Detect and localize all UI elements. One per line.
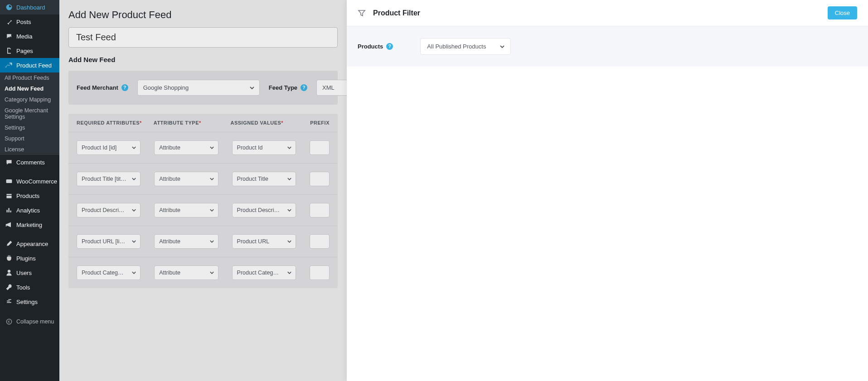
table-row: Product Id [id] Attribute Product Id	[68, 132, 338, 163]
user-icon	[5, 268, 14, 277]
attributes-table: REQUIRED ATTRIBUTES* ATTRIBUTE TYPE* ASS…	[68, 114, 338, 288]
chevron-down-icon	[131, 177, 136, 182]
feed-type-label: Feed Type ?	[269, 84, 307, 91]
prefix-input[interactable]	[310, 234, 330, 249]
sidebar-item-tools[interactable]: Tools	[0, 280, 59, 294]
sidebar-item-appearance[interactable]: Appearance	[0, 236, 59, 251]
attr-type-select[interactable]: Attribute	[154, 172, 218, 186]
sidebar-label: Marketing	[16, 222, 42, 228]
help-icon[interactable]: ?	[386, 43, 393, 50]
sub-item-google-merchant[interactable]: Google Merchant Settings	[0, 105, 59, 122]
sidebar-item-comments[interactable]: Comments	[0, 155, 59, 169]
feed-merchant-label: Feed Merchant ?	[77, 84, 128, 91]
table-row: Product Categories [product_type] Attrib…	[68, 257, 338, 288]
chevron-down-icon	[209, 177, 214, 182]
product-filter-panel: Product Filter Close Products ? All Publ…	[347, 0, 868, 381]
chevron-down-icon	[209, 145, 214, 150]
feed-type-select[interactable]: XML	[316, 80, 350, 96]
sidebar-item-users[interactable]: Users	[0, 265, 59, 280]
collapse-menu-button[interactable]: Collapse menu	[0, 313, 59, 330]
media-icon	[5, 32, 14, 41]
required-attr-select[interactable]: Product Id [id]	[77, 140, 141, 155]
sub-item-all-feeds[interactable]: All Product Feeds	[0, 72, 59, 83]
sidebar-item-marketing[interactable]: Marketing	[0, 217, 59, 232]
sidebar-item-plugins[interactable]: Plugins	[0, 251, 59, 265]
sidebar-submenu: All Product Feeds Add New Feed Category …	[0, 72, 59, 155]
assigned-value-select[interactable]: Product URL	[232, 234, 296, 249]
marketing-icon	[5, 220, 14, 229]
sidebar-item-products[interactable]: Products	[0, 188, 59, 203]
assigned-value-select[interactable]: Product Categories	[232, 265, 296, 280]
table-row: Product Description [description] Attrib…	[68, 194, 338, 226]
assigned-value-select[interactable]: Product Id	[232, 140, 296, 155]
svg-point-1	[6, 319, 11, 324]
products-select[interactable]: All Published Products	[420, 38, 511, 55]
dashboard-icon	[5, 3, 14, 12]
prefix-input[interactable]	[310, 140, 330, 155]
sub-item-support[interactable]: Support	[0, 133, 59, 144]
prefix-input[interactable]	[310, 172, 330, 186]
required-attr-select[interactable]: Product Categories [product_type]	[77, 265, 141, 280]
prefix-input[interactable]	[310, 265, 330, 280]
sub-item-license[interactable]: License	[0, 144, 59, 155]
table-row: Product URL [link] Attribute Product URL	[68, 226, 338, 257]
assigned-value-select[interactable]: Product Title	[232, 172, 296, 186]
sidebar-label: Pages	[16, 48, 33, 54]
collapse-label: Collapse menu	[16, 318, 54, 325]
help-icon[interactable]: ?	[301, 84, 307, 91]
sidebar-label: Appearance	[16, 241, 48, 247]
sidebar-label: WooCommerce	[16, 178, 57, 185]
sidebar-item-dashboard[interactable]: Dashboard	[0, 0, 59, 14]
sidebar-item-settings[interactable]: Settings	[0, 294, 59, 309]
required-attr-select[interactable]: Product Description [description]	[77, 203, 141, 217]
panel-title: Product Filter	[373, 9, 828, 17]
sidebar-item-product-feed[interactable]: Product Feed	[0, 58, 59, 72]
comment-icon	[5, 158, 14, 167]
collapse-icon	[5, 317, 14, 326]
attr-type-select[interactable]: Attribute	[154, 203, 218, 217]
chevron-down-icon	[287, 239, 292, 244]
help-icon[interactable]: ?	[121, 84, 128, 91]
sidebar-label: Tools	[16, 284, 30, 291]
plugin-icon	[5, 254, 14, 263]
sub-item-add-new-feed[interactable]: Add New Feed	[0, 83, 59, 94]
chevron-down-icon	[287, 208, 292, 213]
sidebar-label: Product Feed	[16, 62, 52, 69]
filter-icon	[358, 9, 366, 17]
sidebar-item-posts[interactable]: Posts	[0, 14, 59, 29]
table-header: REQUIRED ATTRIBUTES* ATTRIBUTE TYPE* ASS…	[68, 114, 338, 132]
chevron-down-icon	[499, 44, 505, 49]
sidebar-item-pages[interactable]: Pages	[0, 43, 59, 58]
page-title: Add New Product Feed	[68, 9, 338, 21]
product-icon	[5, 191, 14, 200]
merchant-config-bar: Feed Merchant ? Google Shopping Feed Typ…	[68, 71, 338, 105]
chevron-down-icon	[131, 270, 136, 275]
attr-type-select[interactable]: Attribute	[154, 234, 218, 249]
sub-item-category-mapping[interactable]: Category Mapping	[0, 94, 59, 105]
close-button[interactable]: Close	[828, 6, 857, 19]
svg-rect-0	[6, 179, 12, 183]
attr-type-select[interactable]: Attribute	[154, 140, 218, 155]
analytics-icon	[5, 206, 14, 215]
panel-body: Products ? All Published Products	[347, 26, 868, 67]
chevron-down-icon	[209, 239, 214, 244]
sidebar-label: Media	[16, 33, 32, 40]
feed-name-input[interactable]: Test Feed	[68, 27, 338, 48]
prefix-input[interactable]	[310, 203, 330, 217]
chevron-down-icon	[209, 208, 214, 213]
feed-merchant-select[interactable]: Google Shopping	[137, 80, 260, 96]
sidebar-item-woocommerce[interactable]: WooCommerce	[0, 174, 59, 188]
attr-type-select[interactable]: Attribute	[154, 265, 218, 280]
sub-item-settings[interactable]: Settings	[0, 122, 59, 133]
required-attr-select[interactable]: Product Title [title]	[77, 172, 141, 186]
section-title: Add New Feed	[68, 56, 338, 63]
sidebar-item-media[interactable]: Media	[0, 29, 59, 43]
products-label: Products ?	[358, 43, 393, 50]
sidebar-item-analytics[interactable]: Analytics	[0, 203, 59, 217]
sidebar-label: Plugins	[16, 255, 36, 262]
admin-sidebar: Dashboard Posts Media Pages Product Feed…	[0, 0, 59, 381]
chevron-down-icon	[287, 145, 292, 150]
sidebar-label: Users	[16, 270, 32, 276]
assigned-value-select[interactable]: Product Description	[232, 203, 296, 217]
required-attr-select[interactable]: Product URL [link]	[77, 234, 141, 249]
